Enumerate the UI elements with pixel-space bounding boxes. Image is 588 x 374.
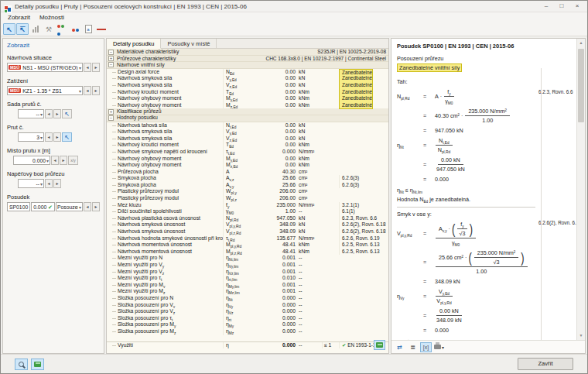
utilization-row[interactable]: Využitíη0.000--≤ 1✔ EN 1993-1-1: [107, 341, 388, 348]
select-result-tool-button[interactable]: ↖: [3, 23, 15, 35]
table-row[interactable]: Mezní využití pro VzηVz,lim0.001--: [107, 269, 388, 276]
loading-prev-button[interactable]: ◂: [84, 86, 91, 95]
expand-icon[interactable]: +: [108, 56, 114, 61]
navigate-results-button[interactable]: ⇄: [394, 342, 405, 352]
table-row[interactable]: Mezní využití pro τtητt,lim0.010--: [107, 275, 388, 282]
display-options-button[interactable]: [374, 340, 385, 350]
table-row[interactable]: Složka posouzení pro τtητt0.000--: [107, 315, 388, 322]
table-row[interactable]: Návrhový krouticí momentTEd0.00kNm: [107, 142, 388, 149]
table-row[interactable]: Návrhová plastická osová únosnostNpl,Rd9…: [107, 215, 388, 222]
table-row[interactable]: Složka posouzení pro VzηVz0.000--: [107, 308, 388, 315]
table-row[interactable]: Návrhové smykové napětí od krouceníτt,Ed…: [107, 149, 388, 156]
member-set-prev-button[interactable]: ◂: [45, 109, 53, 118]
table-row[interactable]: Návrhová hodnota smykové únosnosti při k…: [107, 235, 388, 242]
table-row[interactable]: Dílčí součinitel spolehlivostiγM01.00--6…: [107, 208, 388, 215]
design-situation-next-button[interactable]: ▸: [92, 63, 100, 72]
scroll-up-icon[interactable]: ▲: [577, 39, 585, 47]
sync-view-button[interactable]: [15, 359, 28, 370]
location-next-button[interactable]: ▸: [60, 156, 67, 165]
menu-moznosti[interactable]: Možnosti: [36, 13, 68, 22]
collapse-icon[interactable]: −: [108, 50, 114, 55]
table-row[interactable]: Mezní využití pro MyηMy,lim0.001--: [107, 282, 388, 289]
table-row[interactable]: Složka posouzení pro MzηMz0.000--: [107, 328, 388, 335]
table-row[interactable]: Návrhový krouticí momentTEd0.00kNmZanedb…: [107, 89, 388, 96]
stress-point-select[interactable]: -- ▾: [18, 179, 44, 188]
table-row[interactable]: Návrhová smyková sílaVy,Ed0.00kNZanedbat…: [107, 75, 388, 82]
show-panel-button[interactable]: [31, 359, 44, 370]
member-set-select[interactable]: -- ▾: [18, 109, 44, 118]
design-situation-select[interactable]: MSÚ NS1 - MSÚ (STR/GEO) - trvalá a ... ▾: [7, 63, 83, 72]
menu-zobrazit[interactable]: Zobrazit: [4, 13, 34, 22]
pick-location-tool-button[interactable]: ↸: [16, 23, 29, 35]
table-row[interactable]: Návrhový ohybový momentMz,Ed0.00kNm: [107, 162, 388, 169]
table-row[interactable]: Návrhový ohybový momentMy,Ed0.00kNm: [107, 156, 388, 163]
table-row[interactable]: Průřezová plochaA40.30cm²: [107, 169, 388, 176]
details-list-button[interactable]: ≣: [407, 342, 419, 352]
stress-point-prev-button[interactable]: ◂: [45, 179, 53, 188]
member-pick-button[interactable]: ↖: [62, 132, 72, 142]
table-row[interactable]: Smyková plochaAv,y25.66cm²6.2.6(3): [107, 182, 388, 189]
diagram-tool-button[interactable]: [29, 23, 42, 35]
table-row[interactable]: Návrhový ohybový momentMy,Ed0.00kNmZaned…: [107, 95, 388, 102]
member-colors-button[interactable]: [69, 23, 81, 35]
close-icon[interactable]: ×: [570, 2, 584, 11]
section-row[interactable]: −Hodnoty posudku: [107, 115, 388, 122]
table-row[interactable]: Návrhová momentová únosnostMpl,y,Rd48.41…: [107, 242, 388, 249]
table-row[interactable]: Mez kluzufy235.000N/mm²3.2.1(1): [107, 202, 388, 209]
report-button[interactable]: a: [82, 23, 94, 35]
maximize-button[interactable]: □: [555, 2, 569, 11]
max-location-button[interactable]: x/y: [68, 156, 78, 165]
table-row[interactable]: Návrhová tahová sílaNt,Ed0.00kN: [107, 122, 388, 129]
table-row[interactable]: Návrhová smyková sílaVy,Ed0.00kN: [107, 129, 388, 136]
table-row[interactable]: Mezní využití pro NηNt,lim0.001--: [107, 255, 388, 262]
scroll-down-icon[interactable]: ▼: [577, 331, 585, 340]
table-row[interactable]: Mezní využití pro MzηMz,lim0.001--: [107, 288, 388, 295]
formula-scrollbar[interactable]: ▲ ▼: [576, 39, 585, 340]
values-tool-button[interactable]: ⚒: [43, 23, 55, 35]
table-row[interactable]: Mezní využití pro VyηVy,lim0.001--: [107, 262, 388, 269]
section-line-button[interactable]: [95, 23, 108, 35]
table-row[interactable]: Složka posouzení pro VyηVy0.000--: [107, 302, 388, 309]
check-prev-button[interactable]: ◂: [84, 202, 91, 211]
table-row[interactable]: Návrhová smyková sílaVz,Ed0.00kNZanedbat…: [107, 82, 388, 89]
close-button[interactable]: Zavřít: [518, 358, 573, 370]
table-row[interactable]: Návrhová smyková únosnostVpl,z,Rd348.09k…: [107, 228, 388, 235]
stress-point-next-button[interactable]: ▸: [53, 179, 61, 188]
member-set-pick-button[interactable]: ↖: [62, 109, 72, 118]
location-prev-button[interactable]: ◂: [51, 156, 59, 165]
table-row[interactable]: Design axial forceNEd0.00kNZanedbatelné: [107, 69, 388, 76]
member-set-next-button[interactable]: ▸: [53, 109, 61, 118]
check-next-button[interactable]: ▸: [92, 202, 100, 211]
table-row[interactable]: Složka posouzení pro MyηMy0.000--: [107, 321, 388, 328]
member-select[interactable]: 3 ▾: [18, 132, 44, 142]
table-row[interactable]: Smyková plochaAv,z25.66cm²6.2.6(3): [107, 175, 388, 182]
formula-line: =947.050 kN: [397, 127, 535, 134]
table-row[interactable]: Plastický průřezový modulWpl,y206.00cm³: [107, 188, 388, 195]
collapse-icon[interactable]: −: [108, 115, 114, 121]
section-row[interactable]: −Návrhové vnitřní síly: [107, 62, 388, 69]
reference-cell: 6.2.6(3): [339, 175, 388, 182]
scroll-thumb[interactable]: [578, 49, 584, 122]
expand-icon[interactable]: +: [108, 109, 114, 115]
design-situation-prev-button[interactable]: ◂: [84, 63, 91, 72]
table-row[interactable]: Plastický průřezový modulWpl,z206.00cm³: [107, 195, 388, 202]
minimize-button[interactable]: –: [539, 2, 553, 11]
table-row[interactable]: Návrhová smyková sílaVz,Ed0.00kN: [107, 136, 388, 142]
table-row[interactable]: Návrhová momentová únosnostMpl,z,Rd48.41…: [107, 249, 388, 256]
table-row[interactable]: Složka posouzení pro NηNt0.000--: [107, 295, 388, 302]
member-next-button[interactable]: ▸: [53, 132, 61, 142]
formula-display-button[interactable]: [x]: [420, 342, 432, 352]
loading-select[interactable]: MSÚ KZ1 - 1.35 * ZS1 ▾: [7, 86, 83, 95]
print-button[interactable]: ▾: [433, 342, 445, 352]
tab-detaily-posudku[interactable]: Detaily posudku: [107, 39, 161, 49]
collapse-icon[interactable]: −: [108, 62, 114, 67]
title-bar[interactable]: Detaily posudku | Pruty | Posouzení ocel…: [1, 1, 587, 12]
table-row[interactable]: Návrhová smyková únosnostVpl,y,Rd348.09k…: [107, 221, 388, 228]
loading-next-button[interactable]: ▸: [92, 86, 100, 95]
location-select[interactable]: 0.000 ▾: [13, 156, 50, 165]
section-row[interactable]: −Materiálové charakteristikyS235JR | EN …: [107, 49, 388, 56]
check-type-select[interactable]: Posouzení průřez... ▾: [56, 202, 83, 211]
tab-posudky-v-miste[interactable]: Posudky v místě: [161, 39, 217, 48]
member-prev-button[interactable]: ◂: [45, 132, 53, 142]
result-colors-button[interactable]: [56, 23, 68, 35]
